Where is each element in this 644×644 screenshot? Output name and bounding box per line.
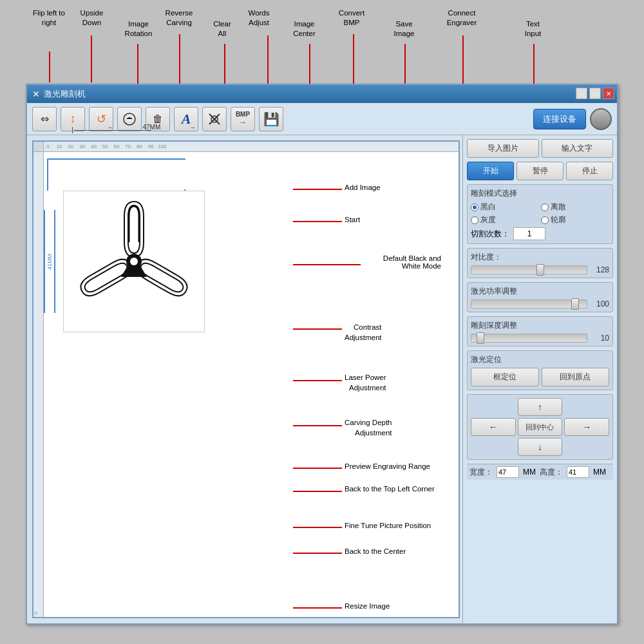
ann-words-adjust: WordsAdjust [240,8,278,28]
position-section: 激光定位 框定位 回到原点 [467,350,613,390]
text-input-button[interactable]: 输入文字 [542,139,614,158]
laser-value: 100 [590,299,609,308]
control-row: 开始 暂停 停止 [467,162,613,180]
dim-line-v-left [47,158,48,191]
radio-outline[interactable] [541,216,549,224]
depth-slider-container: 10 [471,334,609,343]
maximize-button[interactable]: □ [589,88,601,99]
laser-slider[interactable] [471,299,587,308]
status-indicator [590,108,612,130]
pause-button[interactable]: 暂停 [516,162,564,180]
add-image-row: 导入图片 输入文字 [467,139,613,158]
ann-laser-label: Laser PowerAdjustment [345,372,386,393]
nav-section: ↑ ← 回到中心 → ↓ [467,394,613,460]
ann-connect-engraver: ConnectEngraver [439,8,484,28]
window-title: 激光雕刻机 [44,88,86,100]
cut-input[interactable] [513,227,545,240]
mode-radio-group: 黑白 离散 灰度 轮廓 [471,202,609,225]
main-area: 0 10 20 30 40 50 60 70 80 90 100 0102030… [27,135,617,623]
contrast-label: 对比度： [471,252,609,263]
right-panel: 导入图片 输入文字 开始 暂停 停止 雕刻模式选择 黑白 [462,135,617,623]
ruler-left: 01020304050 [33,152,44,617]
ann-clear-all: ClearAll [206,19,238,39]
minimize-button[interactable]: ─ [576,88,587,99]
frame-button[interactable]: 框定位 [471,368,539,386]
start-button[interactable]: 开始 [467,162,514,180]
position-label: 激光定位 [471,354,609,365]
image-center-button[interactable] [202,107,227,131]
ann-flip-left-right: Flip left to right [30,8,68,28]
depth-thumb[interactable] [477,332,484,344]
contrast-slider-container: 128 [471,265,609,274]
ann-upside-down: UpsideDown [74,8,109,28]
dim-line-h-top [47,158,185,160]
origin-button[interactable]: 回到原点 [542,368,610,386]
nav-left-button[interactable]: ← [471,418,516,436]
radio-discrete[interactable] [541,204,549,211]
convert-bmp-button[interactable]: BMP → [231,107,255,131]
ann-contrast-label: ContrastAdjustment [345,322,382,343]
close-button[interactable]: ✕ [603,88,614,99]
mode-outline[interactable]: 轮廓 [541,214,609,225]
nav-down-button[interactable]: ↓ [518,438,563,456]
ann-text-input: TextInput [515,19,551,39]
ann-topleft-label: Back to the Top Left Corner [345,485,435,493]
svg-point-5 [130,258,138,265]
ann-line-text [533,44,535,84]
add-image-button[interactable]: 导入图片 [467,139,539,158]
ann-image-center: ImageCenter [283,19,325,39]
stop-button[interactable]: 停止 [566,162,613,180]
width-unit: MM [523,468,536,477]
ann-depth-label: Carving DepthAdjustment [345,417,392,438]
ann-finetune-label: Fine Tune Picture Position [345,522,431,529]
engraving-preview [70,197,198,326]
radio-gray[interactable] [471,216,478,224]
canvas-area[interactable]: 0 10 20 30 40 50 60 70 80 90 100 0102030… [32,140,460,618]
ann-bw-label: Default Black and White Mode [364,254,441,270]
main-window: ✕ 激光雕刻机 ─ □ ✕ ⇔ ↕ ↺ 🗑 A [26,84,618,625]
connect-device-button[interactable]: 连接设备 [533,109,586,129]
dim-label-41: 41MM [45,191,54,332]
depth-slider[interactable] [471,334,587,343]
ann-line-connect [462,35,464,84]
width-label: 宽度： [469,467,493,478]
nav-up-button[interactable]: ↑ [518,398,563,416]
ann-line-clear [224,44,225,84]
ann-image-rotation: ImageRotation [119,19,158,39]
ann-resize-label: Resize Image [345,602,390,610]
toolbar-measure: ← 47MM → [72,127,151,133]
laser-slider-container: 100 [471,299,609,308]
ann-start-label: Start [345,216,360,223]
mode-discrete[interactable]: 离散 [541,202,609,213]
title-bar: ✕ 激光雕刻机 ─ □ ✕ [27,85,617,103]
save-image-button[interactable]: 💾 [259,107,283,131]
ann-line-reverse [179,34,180,84]
mode-gray[interactable]: 灰度 [471,214,539,225]
cut-row: 切割次数： [471,227,609,240]
ann-line-words [267,35,269,84]
ann-line-rotation [137,44,138,84]
contrast-thumb[interactable] [536,264,544,276]
ann-add-image-label: Add Image [345,184,381,191]
mode-section: 雕刻模式选择 黑白 离散 灰度 [467,184,613,244]
radio-bw[interactable] [471,204,478,211]
mode-bw[interactable]: 黑白 [471,202,539,213]
laser-thumb[interactable] [571,298,579,310]
ann-line-imgcenter [309,44,310,84]
depth-value: 10 [590,334,609,343]
laser-section: 激光功率调整 100 [467,282,613,312]
mode-title: 雕刻模式选择 [471,188,609,199]
laser-label: 激光功率调整 [471,286,609,297]
nav-center-button[interactable]: 回到中心 [518,418,563,436]
ruler-top: 0 10 20 30 40 50 60 70 80 90 100 [44,142,459,152]
flip-lr-button[interactable]: ⇔ [32,107,57,131]
height-unit: MM [593,468,606,477]
ann-reverse-carving: ReverseCarving [160,8,198,28]
window-controls: ─ □ ✕ [576,88,614,99]
height-input[interactable] [567,466,589,478]
nav-right-button[interactable]: → [564,418,609,436]
contrast-slider[interactable] [471,265,587,274]
width-input[interactable] [497,466,519,478]
ann-line-bmp [353,34,354,84]
ann-line-upside [91,35,92,82]
